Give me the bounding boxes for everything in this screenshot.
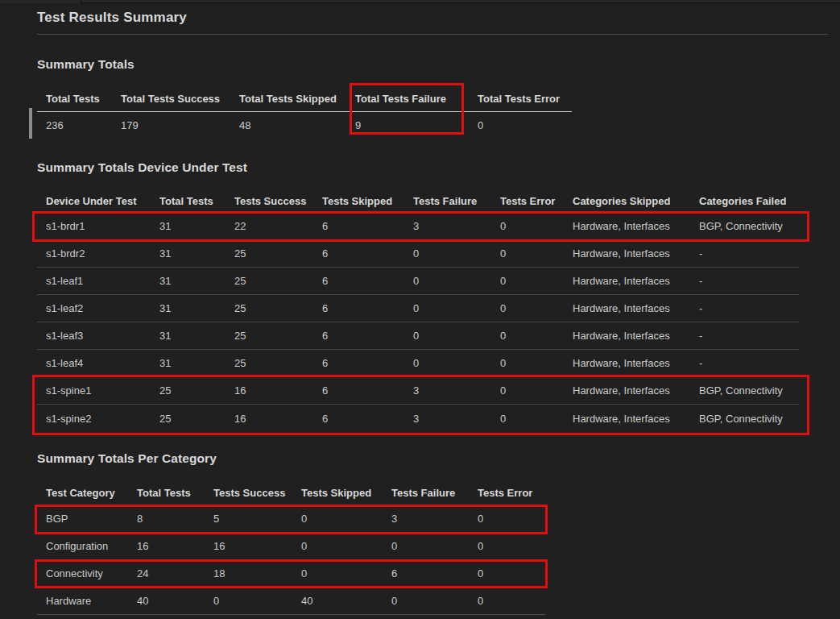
table-cell: 0 bbox=[404, 247, 491, 260]
table-cell: 25 bbox=[226, 247, 313, 260]
table-cell: 6 bbox=[383, 567, 469, 580]
table-row: s1-leaf33125600Hardware, Interfaces- bbox=[37, 322, 799, 350]
table-cell: Hardware, Interfaces bbox=[564, 413, 690, 425]
header-cell: Categories Skipped bbox=[564, 195, 690, 207]
table-row: s1-leaf23125600Hardware, Interfaces- bbox=[37, 295, 799, 322]
tab-bar-edge bbox=[81, 2, 840, 3]
table-cell: 0 bbox=[404, 302, 491, 314]
table-cell: Hardware, Interfaces bbox=[564, 220, 690, 232]
table-cell: Hardware, Interfaces bbox=[564, 384, 690, 397]
table-cell: 236 bbox=[37, 119, 112, 131]
table-cell: 31 bbox=[151, 330, 226, 342]
table-cell: 6 bbox=[313, 302, 404, 314]
table-cell: 0 bbox=[469, 540, 536, 552]
heading-summary-device: Summary Totals Device Under Test bbox=[37, 160, 828, 175]
header-cell: Total Tests Success bbox=[112, 93, 230, 105]
table-cell: Connectivity bbox=[37, 567, 128, 580]
table-cell: BGP, Connectivity bbox=[690, 384, 790, 397]
table-cell: 40 bbox=[292, 595, 383, 607]
table-cell: 3 bbox=[404, 413, 491, 425]
table-header-row: Total TestsTotal Tests SuccessTotal Test… bbox=[37, 85, 572, 112]
table-cell: BGP, Connectivity bbox=[690, 220, 790, 232]
header-cell: Tests Skipped bbox=[292, 487, 383, 499]
table-cell: 0 bbox=[491, 247, 564, 260]
table-cell: 6 bbox=[313, 330, 404, 342]
header-cell: Test Category bbox=[37, 487, 128, 499]
table-cell: 0 bbox=[404, 357, 491, 369]
table-header-row: Test CategoryTotal TestsTests SuccessTes… bbox=[37, 481, 545, 505]
header-cell: Total Tests Failure bbox=[346, 93, 469, 105]
table-cell: 0 bbox=[491, 302, 564, 314]
table-row: 2361794890 bbox=[37, 112, 572, 139]
row-marker-bar bbox=[29, 108, 32, 139]
table-cell: s1-brdr2 bbox=[37, 247, 151, 260]
table-cell: 6 bbox=[313, 220, 404, 232]
table-cell: 24 bbox=[128, 567, 205, 580]
table-cell: - bbox=[690, 275, 790, 287]
table-cell: Configuration bbox=[37, 540, 128, 552]
table-cell: 0 bbox=[383, 540, 469, 552]
header-cell: Total Tests bbox=[128, 487, 205, 499]
table-body: 2361794890 bbox=[37, 112, 572, 139]
table-cell: BGP bbox=[37, 513, 128, 525]
table-row: s1-leaf13125600Hardware, Interfaces- bbox=[37, 268, 799, 295]
table-cell: 8 bbox=[128, 513, 205, 525]
table-cell: 25 bbox=[226, 275, 313, 287]
table-cell: 25 bbox=[151, 413, 226, 425]
table-cell: Hardware, Interfaces bbox=[564, 302, 690, 314]
header-cell: Tests Success bbox=[226, 195, 313, 207]
heading-summary-category: Summary Totals Per Category bbox=[37, 451, 828, 466]
table-cell: 25 bbox=[151, 384, 226, 397]
table-cell: 16 bbox=[226, 384, 313, 397]
table-body: BGP85030Configuration1616000Connectivity… bbox=[37, 505, 545, 615]
table-cell: 48 bbox=[230, 119, 346, 131]
table-cell: - bbox=[690, 302, 790, 314]
heading-summary-totals: Summary Totals bbox=[37, 57, 828, 72]
table-cell: 0 bbox=[404, 330, 491, 342]
table-cell: 31 bbox=[151, 357, 226, 369]
table-row: s1-leaf43125600Hardware, Interfaces- bbox=[37, 350, 799, 377]
summary-category-table: Test CategoryTotal TestsTests SuccessTes… bbox=[37, 481, 545, 615]
table-cell: 6 bbox=[313, 247, 404, 260]
table-cell: 5 bbox=[205, 513, 292, 525]
summary-device-table: Device Under TestTotal TestsTests Succes… bbox=[37, 190, 799, 432]
table-cell: s1-spine1 bbox=[37, 384, 151, 397]
header-cell: Tests Error bbox=[491, 195, 564, 207]
table-cell: 0 bbox=[205, 595, 292, 607]
table-cell: 0 bbox=[491, 275, 564, 287]
table-row: s1-spine22516630Hardware, InterfacesBGP,… bbox=[37, 405, 799, 432]
header-cell: Tests Error bbox=[469, 487, 536, 499]
table-row: BGP85030 bbox=[37, 505, 545, 533]
table-row: s1-brdr23125600Hardware, Interfaces- bbox=[37, 240, 799, 268]
table-cell: s1-leaf2 bbox=[37, 302, 151, 314]
table-cell: 0 bbox=[404, 275, 491, 287]
table-cell: 9 bbox=[346, 119, 469, 131]
header-cell: Tests Failure bbox=[383, 487, 469, 499]
header-cell: Total Tests Skipped bbox=[230, 93, 346, 105]
table-cell: 6 bbox=[313, 384, 404, 397]
table-cell: 0 bbox=[469, 567, 536, 580]
table-cell: 25 bbox=[226, 357, 313, 369]
header-cell: Device Under Test bbox=[37, 195, 151, 207]
table-cell: 16 bbox=[128, 540, 205, 552]
table-cell: 16 bbox=[205, 540, 292, 552]
table-header-row: Device Under TestTotal TestsTests Succes… bbox=[37, 190, 799, 213]
table-cell: 3 bbox=[383, 513, 469, 525]
table-cell: 25 bbox=[226, 302, 313, 314]
table-body: s1-brdr13122630Hardware, InterfacesBGP, … bbox=[37, 213, 799, 432]
table-cell: 31 bbox=[151, 247, 226, 260]
table-cell: 0 bbox=[383, 595, 469, 607]
table-cell: 3 bbox=[404, 220, 491, 232]
table-cell: - bbox=[690, 330, 790, 342]
table-cell: 0 bbox=[292, 513, 383, 525]
table-cell: 25 bbox=[226, 330, 313, 342]
table-cell: 0 bbox=[469, 595, 536, 607]
table-cell: 31 bbox=[151, 302, 226, 314]
table-cell: 16 bbox=[226, 413, 313, 425]
table-row: Connectivity2418060 bbox=[37, 560, 545, 588]
table-cell: 0 bbox=[491, 220, 564, 232]
header-cell: Tests Skipped bbox=[313, 195, 404, 207]
table-row: Configuration1616000 bbox=[37, 533, 545, 560]
table-cell: 0 bbox=[491, 384, 564, 397]
table-cell: 0 bbox=[491, 330, 564, 342]
